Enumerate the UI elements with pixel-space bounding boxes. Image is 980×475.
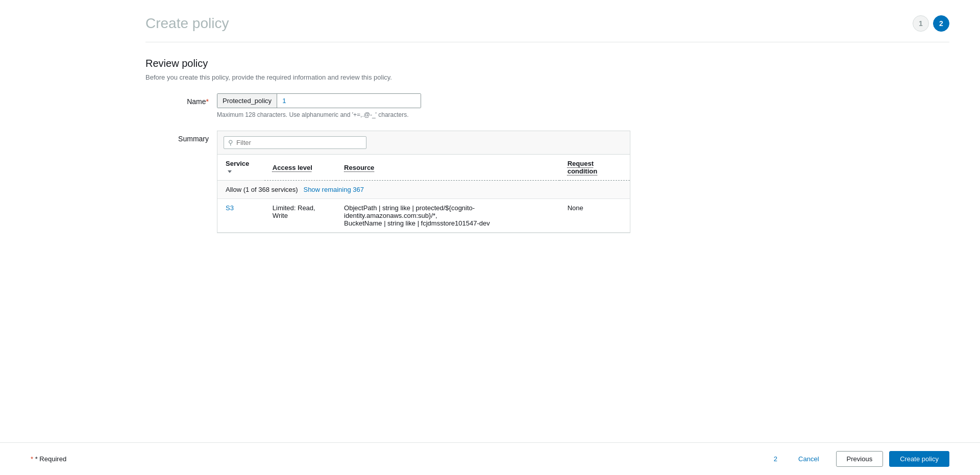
- name-input-wrapper: Protected_policy: [217, 93, 421, 108]
- footer-required-label: * * Required: [31, 455, 66, 463]
- access-level-cell: Limited: Read, Write: [264, 199, 336, 233]
- previous-button[interactable]: Previous: [836, 451, 884, 467]
- summary-table: Service Access level Resource: [217, 155, 630, 233]
- show-remaining-link[interactable]: Show remaining 367: [303, 186, 364, 193]
- resource-cell: ObjectPath | string like | protected/${c…: [336, 199, 559, 233]
- summary-table-wrapper: ⚲ Service: [217, 131, 630, 233]
- summary-area: ⚲ Service: [217, 131, 630, 233]
- search-icon: ⚲: [228, 139, 233, 146]
- header-divider: [145, 42, 949, 42]
- filter-input-wrapper[interactable]: ⚲: [224, 136, 366, 149]
- cancel-button[interactable]: Cancel: [788, 451, 829, 467]
- th-service: Service: [217, 155, 264, 181]
- page-wrapper: Create policy 1 2 Review policy Before y…: [0, 0, 980, 475]
- summary-form-row: Summary ⚲: [145, 131, 949, 233]
- table-header-row: Service Access level Resource: [217, 155, 630, 181]
- table-row: S3 Limited: Read, Write ObjectPath | str…: [217, 199, 630, 233]
- allow-row-cell: Allow (1 of 368 services) Show remaining…: [217, 181, 630, 199]
- page-title: Create policy: [145, 15, 229, 32]
- sort-icon: [228, 170, 232, 173]
- name-input-prefix: Protected_policy: [217, 94, 277, 108]
- step-1-circle: 1: [913, 15, 929, 32]
- main-content: Create policy 1 2 Review policy Before y…: [0, 0, 980, 475]
- summary-label: Summary: [145, 131, 217, 143]
- name-hint: Maximum 128 characters. Use alphanumeric…: [217, 111, 503, 118]
- footer-bar: * * Required 2 Cancel Previous Create po…: [0, 442, 980, 475]
- page-header: Create policy 1 2: [145, 15, 949, 32]
- th-access-level: Access level: [264, 155, 336, 181]
- section-title: Review policy: [145, 58, 949, 69]
- name-form-field: Protected_policy Maximum 128 characters.…: [217, 93, 503, 118]
- review-section: Review policy Before you create this pol…: [145, 58, 949, 233]
- step-indicators: 1 2: [913, 15, 949, 32]
- service-cell: S3: [217, 199, 264, 233]
- name-label: Name*: [145, 93, 217, 106]
- filter-input[interactable]: [236, 139, 349, 146]
- footer-right: 2 Cancel Previous Create policy: [774, 451, 949, 467]
- section-description: Before you create this policy, provide t…: [145, 73, 949, 81]
- s3-link[interactable]: S3: [226, 204, 234, 212]
- allow-row: Allow (1 of 368 services) Show remaining…: [217, 181, 630, 199]
- footer-step-number: 2: [774, 455, 777, 463]
- create-policy-button[interactable]: Create policy: [889, 451, 949, 467]
- th-request-condition: Request condition: [559, 155, 630, 181]
- request-condition-cell: None: [559, 199, 630, 233]
- step-2-circle: 2: [933, 15, 949, 32]
- th-resource: Resource: [336, 155, 559, 181]
- name-form-row: Name* Protected_policy Maximum 128 chara…: [145, 93, 949, 118]
- filter-bar: ⚲: [217, 131, 630, 155]
- name-input[interactable]: [277, 94, 421, 108]
